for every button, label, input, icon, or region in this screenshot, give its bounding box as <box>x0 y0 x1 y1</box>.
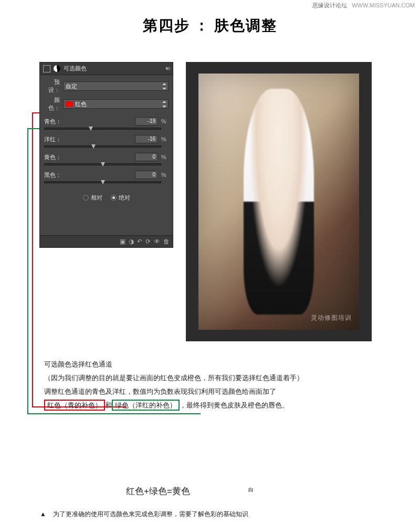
footnote: ▲ 为了更准确的使用可选颜色来完成色彩调整，需要了解色彩的基础知识 <box>40 510 248 519</box>
radio-off-icon <box>83 195 89 201</box>
venn-diagram: 白 朱红 翠绿 蓝紫 <box>222 467 279 515</box>
clip-icon[interactable]: ▣ <box>120 238 125 245</box>
stepper-icon <box>161 81 168 91</box>
yellow-unit: % <box>161 154 169 160</box>
bullet-icon: ▲ <box>40 510 46 518</box>
magenta-label: 洋红： <box>44 135 65 143</box>
watermark-cn: 思缘设计论坛 <box>312 2 347 8</box>
preset-select[interactable]: 自定 <box>63 81 169 91</box>
highlight-red-complement: 红色（青的补色） <box>44 400 105 411</box>
adjustment-icon <box>54 65 60 72</box>
yellow-slider[interactable] <box>44 163 161 165</box>
cyan-slider[interactable] <box>44 128 161 130</box>
yellow-label: 黄色： <box>44 153 65 161</box>
watermark-url: WWW.MISSYUAN.COM <box>352 2 415 8</box>
title-name: 肤色调整 <box>214 17 277 34</box>
cyan-label: 青色： <box>44 118 65 125</box>
venn-center: 白 <box>245 484 257 496</box>
black-label: 黑色： <box>44 171 65 179</box>
black-slider[interactable] <box>44 181 161 183</box>
magenta-slider[interactable] <box>44 145 161 148</box>
connector-red-vertical <box>32 112 33 407</box>
color-swatch <box>66 101 73 107</box>
color-equation: 红色+绿色=黄色 <box>126 485 190 497</box>
yellow-value[interactable]: 0 <box>135 153 158 161</box>
desc-line-4: 红色（青的补色）和绿色（洋红的补色），最终得到黄色皮肤及橙色的唇色。 <box>44 399 388 412</box>
mask-icon[interactable]: ◑ <box>129 238 134 245</box>
panel-body: 预设： 自定 颜色： 红色 青色： -19 % 洋红： <box>40 75 173 235</box>
color-select[interactable]: 红色 <box>63 99 169 109</box>
footnote-text: 为了更准确的使用可选颜色来完成色彩调整，需要了解色彩的基础知识 <box>53 510 248 518</box>
description-block: 可选颜色选择红色通道 （因为我们调整的目的就是要让画面的红色变成橙色，所有我们要… <box>44 357 388 412</box>
reset-icon[interactable]: ⟳ <box>145 238 151 245</box>
cyan-value[interactable]: -19 <box>135 117 158 125</box>
undo-icon[interactable]: ↶ <box>137 238 142 245</box>
preview-image: 灵动修图培训 <box>198 74 359 330</box>
panel-titlebar: 可选颜色 ▾≡ <box>40 62 173 75</box>
cyan-unit: % <box>161 118 169 124</box>
relative-label: 相对 <box>91 194 102 202</box>
panel-menu-icon[interactable]: ▾≡ <box>165 65 170 72</box>
color-label: 颜色： <box>44 96 60 112</box>
stepper-icon <box>161 99 168 109</box>
title-colon: ： <box>194 17 210 34</box>
magenta-unit: % <box>161 136 169 142</box>
absolute-radio[interactable]: 绝对 <box>111 194 130 202</box>
selective-color-panel: 可选颜色 ▾≡ 预设： 自定 颜色： 红色 青色： -19 % <box>39 62 173 248</box>
black-value[interactable]: 0 <box>135 171 158 179</box>
color-value: 红色 <box>75 100 87 108</box>
panel-title-text: 可选颜色 <box>64 65 87 72</box>
desc-tail: ，最终得到黄色皮肤及橙色的唇色。 <box>180 401 289 409</box>
connector-green-bottom <box>27 413 201 414</box>
visibility-icon[interactable]: 👁 <box>154 238 160 245</box>
page-watermark: 思缘设计论坛 WWW.MISSYUAN.COM <box>312 2 415 9</box>
trash-icon[interactable]: 🗑 <box>163 238 170 245</box>
desc-line-3: 调整红色通道的青色及洋红，数值均为负数表现我们利用可选颜色给画面加了 <box>44 385 388 398</box>
panel-footer: ▣ ◑ ↶ ⟳ 👁 🗑 <box>40 235 173 247</box>
connector-green-top <box>27 128 39 129</box>
preview-frame: 灵动修图培训 <box>186 62 372 341</box>
preset-label: 预设： <box>44 78 60 94</box>
black-unit: % <box>161 172 169 178</box>
venn-label-blue: 蓝紫 <box>267 505 276 511</box>
preset-value: 自定 <box>66 82 77 90</box>
venn-label-red: 朱红 <box>261 473 271 479</box>
title-step: 第四步 <box>143 17 190 34</box>
connector-red-top <box>32 112 39 113</box>
connector-green-vertical <box>27 128 28 414</box>
color-equation-row: 红色+绿色=黄色 白 朱红 翠绿 蓝紫 <box>126 467 279 515</box>
magenta-value[interactable]: -16 <box>135 135 158 143</box>
relative-radio[interactable]: 相对 <box>83 194 102 202</box>
desc-and: 和 <box>105 401 112 409</box>
desc-line-1: 可选颜色选择红色通道 <box>44 358 388 371</box>
radio-on-icon <box>111 195 117 201</box>
absolute-label: 绝对 <box>119 194 130 202</box>
panel-icon-square <box>43 65 50 72</box>
highlight-green-complement: 绿色（洋红的补色） <box>112 400 180 411</box>
preview-watermark: 灵动修图培训 <box>311 313 352 322</box>
desc-line-2: （因为我们调整的目的就是要让画面的红色变成橙色，所有我们要选择红色通道着手） <box>44 372 388 384</box>
